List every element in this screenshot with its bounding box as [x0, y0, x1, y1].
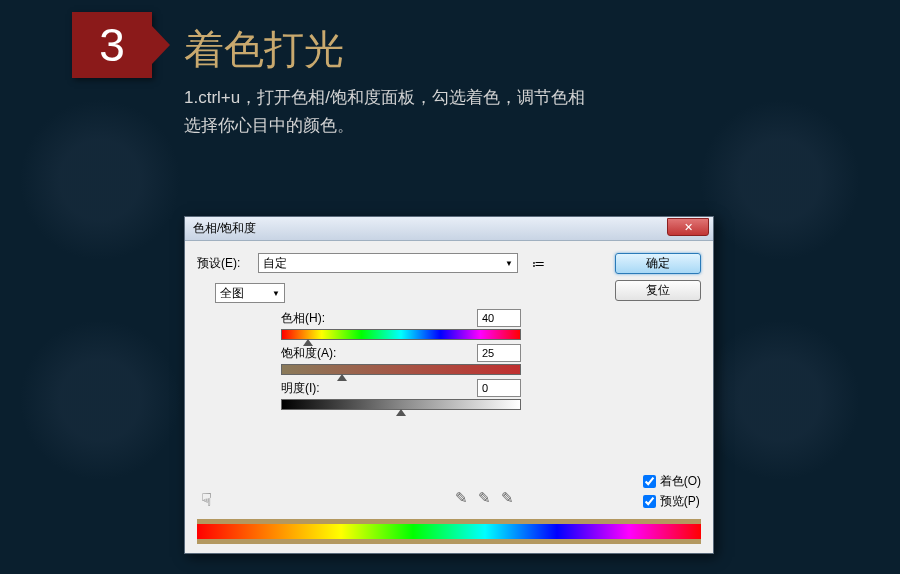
- preset-menu-icon[interactable]: ≔: [532, 256, 545, 271]
- saturation-thumb[interactable]: [337, 374, 347, 381]
- desc-line-2: 选择你心目中的颜色。: [184, 112, 585, 140]
- preview-checkbox[interactable]: [643, 495, 656, 508]
- eyedropper-subtract-icon[interactable]: ✎: [501, 489, 514, 507]
- lightness-track[interactable]: [281, 399, 521, 410]
- ok-button[interactable]: 确定: [615, 253, 701, 274]
- preview-label: 预览(P): [660, 493, 700, 510]
- hue-thumb[interactable]: [303, 339, 313, 346]
- preset-label: 预设(E):: [197, 255, 252, 272]
- preset-select[interactable]: 自定 ▼: [258, 253, 518, 273]
- chevron-down-icon: ▼: [505, 259, 513, 268]
- step-number-badge: 3: [72, 12, 152, 78]
- eyedropper-icon[interactable]: ✎: [455, 489, 468, 507]
- hue-track[interactable]: [281, 329, 521, 340]
- reset-button[interactable]: 复位: [615, 280, 701, 301]
- saturation-track[interactable]: [281, 364, 521, 375]
- dialog-body: 确定 复位 预设(E): 自定 ▼ ≔ 全图 ▼ 色相(H):: [185, 241, 713, 553]
- preset-value: 自定: [263, 255, 287, 272]
- master-select[interactable]: 全图 ▼: [215, 283, 285, 303]
- desc-line-1: 1.ctrl+u，打开色相/饱和度面板，勾选着色，调节色相: [184, 84, 585, 112]
- lightness-label: 明度(I):: [281, 380, 320, 397]
- step-number: 3: [99, 18, 125, 72]
- hue-input[interactable]: 40: [477, 309, 521, 327]
- hand-tool-icon[interactable]: ☟: [201, 489, 212, 511]
- dialog-title: 色相/饱和度: [193, 220, 256, 237]
- eyedropper-group: ✎ ✎ ✎: [455, 489, 514, 507]
- colorize-checkbox-row[interactable]: 着色(O): [643, 473, 701, 490]
- close-button[interactable]: ✕: [667, 218, 709, 236]
- saturation-input[interactable]: 25: [477, 344, 521, 362]
- step-title: 着色打光: [184, 22, 344, 77]
- preview-checkbox-row[interactable]: 预览(P): [643, 493, 701, 510]
- close-icon: ✕: [684, 221, 693, 234]
- colorize-checkbox[interactable]: [643, 475, 656, 488]
- sliders-group: 色相(H): 40 饱和度(A): 25: [281, 309, 521, 410]
- colorize-label: 着色(O): [660, 473, 701, 490]
- checkbox-group: 着色(O) 预览(P): [643, 473, 701, 510]
- eyedropper-add-icon[interactable]: ✎: [478, 489, 491, 507]
- button-column: 确定 复位: [615, 253, 701, 301]
- hue-slider-row: 色相(H): 40: [281, 309, 521, 340]
- step-description: 1.ctrl+u，打开色相/饱和度面板，勾选着色，调节色相 选择你心目中的颜色。: [184, 84, 585, 140]
- lightness-thumb[interactable]: [396, 409, 406, 416]
- lightness-slider-row: 明度(I): 0: [281, 379, 521, 410]
- lightness-input[interactable]: 0: [477, 379, 521, 397]
- spectrum-bar: [197, 519, 701, 544]
- saturation-label: 饱和度(A):: [281, 345, 336, 362]
- hue-saturation-dialog: 色相/饱和度 ✕ 确定 复位 预设(E): 自定 ▼ ≔ 全图 ▼: [184, 216, 714, 554]
- dialog-titlebar[interactable]: 色相/饱和度 ✕: [185, 217, 713, 241]
- master-value: 全图: [220, 285, 244, 302]
- hue-label: 色相(H):: [281, 310, 325, 327]
- saturation-slider-row: 饱和度(A): 25: [281, 344, 521, 375]
- chevron-down-icon: ▼: [272, 289, 280, 298]
